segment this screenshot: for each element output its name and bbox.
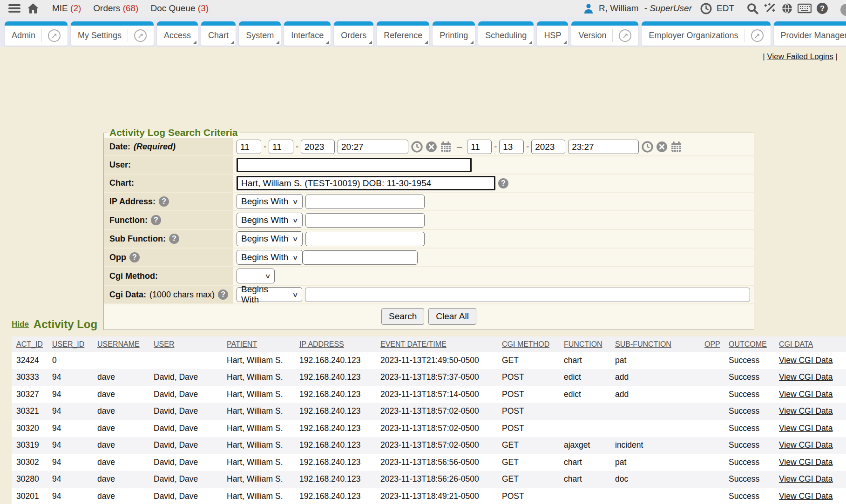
- function-match-select[interactable]: Begins With∨: [237, 213, 303, 228]
- table-row: 3030294daveDavid, DaveHart, William S.19…: [12, 454, 846, 471]
- hide-log-link[interactable]: Hide: [12, 320, 29, 329]
- tab-version[interactable]: Version↗: [571, 21, 638, 46]
- ip-help-icon[interactable]: ?: [159, 196, 169, 207]
- time-picker-icon[interactable]: [411, 141, 423, 153]
- tab-orders[interactable]: Orders: [334, 21, 373, 46]
- column-header-username[interactable]: USERNAME: [93, 336, 149, 352]
- column-header-opp[interactable]: OPP: [700, 336, 724, 352]
- column-header-event-date-time[interactable]: EVENT DATE/TIME: [376, 336, 497, 352]
- view-cgi-data-link[interactable]: View CGI Data: [779, 406, 832, 416]
- tab-provider-management[interactable]: Provider Management↗: [774, 21, 846, 46]
- column-header-sub-function[interactable]: SUB-FUNCTION: [610, 336, 700, 352]
- cgi-data-help-icon[interactable]: ?: [218, 289, 228, 300]
- user-role: - SuperUser: [644, 3, 692, 13]
- date-to-year-input[interactable]: [531, 140, 565, 154]
- date-from-year-input[interactable]: [301, 140, 335, 154]
- view-cgi-data-link[interactable]: View CGI Data: [779, 356, 832, 365]
- tab-printing[interactable]: Printing: [433, 21, 475, 46]
- view-failed-logins-link[interactable]: View Failed Logins: [767, 52, 833, 61]
- view-cgi-data-link[interactable]: View CGI Data: [779, 423, 832, 433]
- external-link-icon[interactable]: ↗: [612, 29, 631, 42]
- external-link-icon[interactable]: ↗: [128, 29, 147, 42]
- clear-date-icon[interactable]: [426, 141, 437, 153]
- cell-act-id: 30280: [12, 471, 47, 488]
- keyboard-icon[interactable]: [798, 3, 812, 13]
- tab-hsp[interactable]: HSP: [537, 21, 568, 46]
- cgi-method-select[interactable]: ∨: [237, 269, 275, 283]
- nav-orders[interactable]: Orders (68): [93, 3, 138, 13]
- search-icon[interactable]: [746, 2, 759, 15]
- hamburger-menu-icon[interactable]: [8, 4, 20, 13]
- ip-address-row: IP Address:? Begins With∨: [104, 193, 754, 211]
- clock-icon[interactable]: [700, 3, 712, 14]
- external-link-icon[interactable]: ↗: [744, 29, 764, 42]
- home-icon[interactable]: [27, 3, 39, 14]
- user-name[interactable]: R, William: [599, 3, 639, 13]
- opp-input[interactable]: [303, 250, 418, 265]
- tab-label: Interface: [291, 31, 324, 40]
- sub-function-help-icon[interactable]: ?: [169, 234, 179, 244]
- date-from-day-input[interactable]: [269, 140, 293, 154]
- tab-admin[interactable]: Admin↗: [5, 21, 68, 46]
- globe-icon[interactable]: [781, 2, 793, 14]
- time-picker-icon[interactable]: [642, 141, 653, 153]
- ip-address-input[interactable]: [305, 195, 425, 209]
- tab-chart[interactable]: Chart: [201, 21, 236, 46]
- cell-opp: [700, 471, 724, 488]
- nav-mie[interactable]: MIE (2): [52, 3, 81, 13]
- tab-reference[interactable]: Reference: [377, 21, 429, 46]
- opp-help-icon[interactable]: ?: [129, 252, 140, 262]
- sub-function-input[interactable]: [305, 232, 425, 246]
- tab-access[interactable]: Access: [157, 21, 198, 46]
- function-help-icon[interactable]: ?: [151, 215, 161, 225]
- column-header-patient[interactable]: PATIENT: [222, 336, 295, 352]
- view-cgi-data-link[interactable]: View CGI Data: [779, 474, 832, 484]
- tab-employer-organizations[interactable]: Employer Organizations↗: [642, 21, 770, 46]
- view-cgi-data-link[interactable]: View CGI Data: [779, 390, 832, 399]
- view-cgi-data-link[interactable]: View CGI Data: [779, 491, 832, 501]
- date-to-month-input[interactable]: [467, 140, 492, 154]
- column-header-cgi-method[interactable]: CGI METHOD: [497, 336, 559, 352]
- nav-doc-queue[interactable]: Doc Queue (3): [150, 3, 209, 13]
- chart-help-icon[interactable]: ?: [498, 178, 508, 188]
- dropdown-corner-icon: [563, 40, 567, 44]
- view-cgi-data-link[interactable]: View CGI Data: [779, 457, 832, 467]
- calendar-icon[interactable]: [670, 141, 682, 153]
- column-header-cgi-data[interactable]: CGI DATA: [774, 336, 846, 352]
- cell-patient: Hart, William S.: [222, 352, 295, 369]
- view-cgi-data-link[interactable]: View CGI Data: [779, 440, 832, 450]
- column-header-act-id[interactable]: ACT_ID: [12, 336, 47, 352]
- calendar-icon[interactable]: [440, 141, 452, 153]
- cgi-data-match-select[interactable]: Begins With∨: [237, 287, 302, 302]
- column-header-function[interactable]: FUNCTION: [559, 336, 610, 352]
- sub-function-match-select[interactable]: Begins With∨: [237, 231, 303, 246]
- column-header-user-id[interactable]: USER_ID: [47, 336, 93, 352]
- chart-input[interactable]: [237, 176, 495, 190]
- user-input[interactable]: [237, 158, 472, 172]
- function-input[interactable]: [305, 213, 425, 228]
- tab-interface[interactable]: Interface: [284, 21, 331, 46]
- tab-label: Version: [578, 31, 606, 40]
- tab-scheduling[interactable]: Scheduling: [478, 21, 534, 46]
- cell-event: 2023-11-13T18:56:56-0500: [376, 454, 497, 471]
- tab-my-settings[interactable]: My Settings↗: [71, 21, 154, 46]
- column-header-user[interactable]: USER: [149, 336, 222, 352]
- opp-match-select[interactable]: Begins With∨: [237, 250, 303, 265]
- external-link-icon[interactable]: ↗: [41, 29, 61, 42]
- cell-user-id: 94: [47, 403, 93, 420]
- date-from-time-input[interactable]: [338, 140, 408, 154]
- date-to-time-input[interactable]: [568, 140, 639, 154]
- help-icon[interactable]: ?: [816, 2, 828, 14]
- view-cgi-data-link[interactable]: View CGI Data: [779, 372, 832, 382]
- cell-opp: [700, 386, 724, 403]
- clear-date-icon[interactable]: [656, 141, 668, 153]
- cgi-data-input[interactable]: [305, 288, 750, 302]
- column-header-ip-address[interactable]: IP ADDRESS: [295, 336, 376, 352]
- wand-icon[interactable]: [764, 2, 776, 15]
- date-from-month-input[interactable]: [237, 140, 261, 154]
- date-to-day-input[interactable]: [499, 140, 524, 154]
- cell-outcome: Success: [724, 386, 774, 403]
- tab-system[interactable]: System: [239, 21, 281, 46]
- column-header-outcome[interactable]: OUTCOME: [724, 336, 774, 352]
- ip-match-select[interactable]: Begins With∨: [237, 194, 303, 209]
